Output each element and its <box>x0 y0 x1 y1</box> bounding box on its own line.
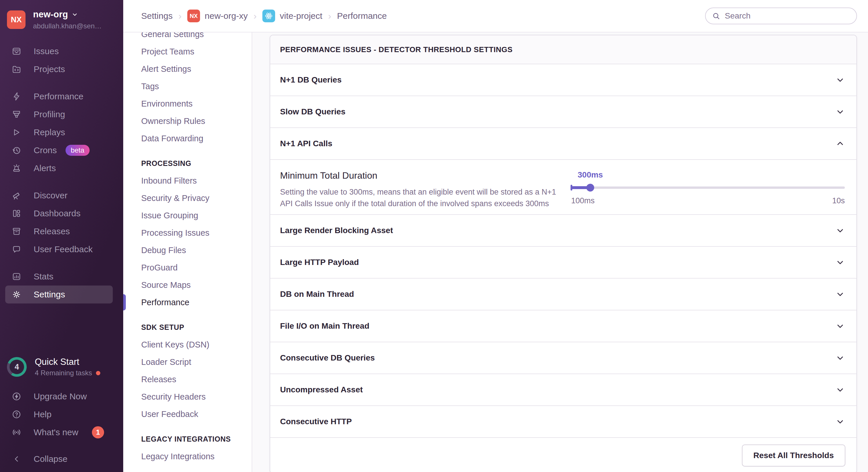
dashboards-icon <box>11 208 22 218</box>
settings-nav-item-debug-files[interactable]: Debug Files <box>141 241 252 259</box>
settings-nav-item-security-privacy[interactable]: Security & Privacy <box>141 190 252 207</box>
issues-icon <box>11 46 22 56</box>
slider-track[interactable] <box>571 183 845 192</box>
sidebar-item-settings[interactable]: Settings <box>5 285 113 303</box>
notification-dot <box>96 371 100 375</box>
settings-nav-item-user-feedback[interactable]: User Feedback <box>141 405 252 423</box>
settings-nav-item-processing-issues[interactable]: Processing Issues <box>141 224 252 241</box>
settings-nav-section-legacy-integrations: LEGACY INTEGRATIONS <box>141 430 252 448</box>
settings-nav-item-project-teams[interactable]: Project Teams <box>141 43 252 60</box>
clock-history-icon <box>11 145 22 155</box>
breadcrumb-separator: › <box>253 11 256 22</box>
sidebar-item-help[interactable]: Help <box>5 405 113 423</box>
sidebar-item-label: Settings <box>34 290 65 299</box>
accordion-row-large-render-blocking-asset[interactable]: Large Render Blocking Asset <box>270 215 857 247</box>
slider-thumb[interactable] <box>587 184 594 192</box>
search-input[interactable] <box>725 11 850 21</box>
settings-nav-item-inbound-filters[interactable]: Inbound Filters <box>141 172 252 190</box>
sidebar-item-discover[interactable]: Discover <box>5 187 113 204</box>
accordion-row-db-on-main-thread[interactable]: DB on Main Thread <box>270 278 857 310</box>
sidebar-item-label: Dashboards <box>34 208 81 218</box>
setting-title: Minimum Total Duration <box>280 170 570 181</box>
settings-nav-item-source-maps[interactable]: Source Maps <box>141 276 252 294</box>
chevron-down-icon <box>836 353 845 363</box>
settings-nav-item-security-headers[interactable]: Security Headers <box>141 388 252 405</box>
chevron-left-icon <box>11 454 22 464</box>
org-name: new-org <box>33 9 68 20</box>
chevron-down-icon <box>836 322 845 331</box>
sidebar-item-performance[interactable]: Performance <box>5 88 113 105</box>
breadcrumb-settings[interactable]: Settings <box>141 11 173 21</box>
sidebar: NX new-org abdullah.khan@sen… Issues Pro… <box>0 0 123 472</box>
settings-nav-item-alert-settings[interactable]: Alert Settings <box>141 60 252 78</box>
settings-nav-item-issue-grouping[interactable]: Issue Grouping <box>141 207 252 224</box>
breadcrumb-organization[interactable]: NX new-org-xy <box>187 9 248 22</box>
quick-start[interactable]: 4 Quick Start 4 Remaining tasks <box>0 357 123 377</box>
sidebar-item-stats[interactable]: Stats <box>5 268 113 285</box>
settings-nav-item-environments[interactable]: Environments <box>141 95 252 112</box>
settings-nav-item-ownership-rules[interactable]: Ownership Rules <box>141 112 252 130</box>
upgrade-bolt-icon <box>11 392 22 401</box>
accordion-row-file-io-on-main-thread[interactable]: File I/O on Main Thread <box>270 310 857 342</box>
sidebar-item-user-feedback[interactable]: User Feedback <box>5 240 113 258</box>
search-box[interactable] <box>705 7 857 24</box>
duration-slider: 300ms 100ms 10s <box>571 170 845 214</box>
panel-header: PERFORMANCE ISSUES - DETECTOR THRESHOLD … <box>270 35 857 64</box>
sidebar-item-label: Crons <box>34 145 57 155</box>
broadcast-icon <box>11 428 22 437</box>
settings-nav-item-loader-script[interactable]: Loader Script <box>141 353 252 371</box>
settings-nav-item-general-settings[interactable]: General Settings <box>141 32 252 43</box>
quick-start-progress-ring: 4 <box>7 357 27 377</box>
sidebar-item-label: Replays <box>34 127 65 137</box>
accordion-row-consecutive-db-queries[interactable]: Consecutive DB Queries <box>270 342 857 374</box>
breadcrumb-project[interactable]: vite-project <box>262 9 322 22</box>
help-icon <box>11 409 22 419</box>
org-switcher[interactable]: NX new-org abdullah.khan@sen… <box>0 0 123 30</box>
accordion-row-n1-db-queries[interactable]: N+1 DB Queries <box>270 64 857 96</box>
sidebar-collapse-button[interactable]: Collapse <box>5 450 113 468</box>
sidebar-item-upgrade-now[interactable]: Upgrade Now <box>5 387 113 405</box>
sidebar-item-dashboards[interactable]: Dashboards <box>5 204 113 223</box>
archive-icon <box>11 227 22 236</box>
sidebar-item-projects[interactable]: Projects <box>5 60 113 78</box>
chevron-down-icon <box>72 11 78 18</box>
panel-footer: Reset All Thresholds <box>270 438 857 472</box>
settings-nav-item-legacy-integrations[interactable]: Legacy Integrations <box>141 448 252 465</box>
settings-nav-item-client-keys[interactable]: Client Keys (DSN) <box>141 336 252 353</box>
sidebar-item-issues[interactable]: Issues <box>5 42 113 60</box>
main-content: PERFORMANCE ISSUES - DETECTOR THRESHOLD … <box>252 32 868 472</box>
gear-icon <box>11 290 22 299</box>
quick-start-title: Quick Start <box>35 357 100 367</box>
projects-icon <box>11 64 22 74</box>
accordion-row-consecutive-http[interactable]: Consecutive HTTP <box>270 406 857 438</box>
settings-nav-item-proguard[interactable]: ProGuard <box>141 259 252 276</box>
accordion-row-uncompressed-asset[interactable]: Uncompressed Asset <box>270 374 857 406</box>
sidebar-item-whats-new[interactable]: What's new 1 <box>5 423 113 441</box>
settings-nav-item-data-forwarding[interactable]: Data Forwarding <box>141 130 252 147</box>
siren-icon <box>11 163 22 173</box>
settings-nav-item-releases[interactable]: Releases <box>141 371 252 388</box>
chevron-down-icon <box>836 290 845 299</box>
beta-badge: beta <box>65 145 90 156</box>
sidebar-item-label: Issues <box>34 46 59 56</box>
chevron-down-icon <box>836 258 845 267</box>
sidebar-item-alerts[interactable]: Alerts <box>5 159 113 177</box>
reset-all-thresholds-button[interactable]: Reset All Thresholds <box>742 444 845 467</box>
settings-nav-item-performance[interactable]: Performance <box>141 294 252 311</box>
chevron-up-icon <box>836 139 845 148</box>
breadcrumb-separator: › <box>178 11 182 22</box>
sidebar-item-releases[interactable]: Releases <box>5 223 113 240</box>
sidebar-item-crons[interactable]: Crons beta <box>5 141 113 159</box>
sidebar-item-replays[interactable]: Replays <box>5 123 113 141</box>
sidebar-item-label: Discover <box>34 191 67 200</box>
accordion-row-large-http-payload[interactable]: Large HTTP Payload <box>270 247 857 278</box>
accordion-row-n1-api-calls[interactable]: N+1 API Calls <box>270 128 857 160</box>
sidebar-item-label: Collapse <box>34 454 67 464</box>
slider-max-label: 10s <box>832 196 845 205</box>
telescope-icon <box>11 191 22 200</box>
accordion-row-slow-db-queries[interactable]: Slow DB Queries <box>270 96 857 128</box>
quick-start-count: 4 <box>7 357 27 377</box>
chevron-down-icon <box>836 75 845 85</box>
settings-nav-item-tags[interactable]: Tags <box>141 78 252 95</box>
sidebar-item-profiling[interactable]: Profiling <box>5 105 113 123</box>
